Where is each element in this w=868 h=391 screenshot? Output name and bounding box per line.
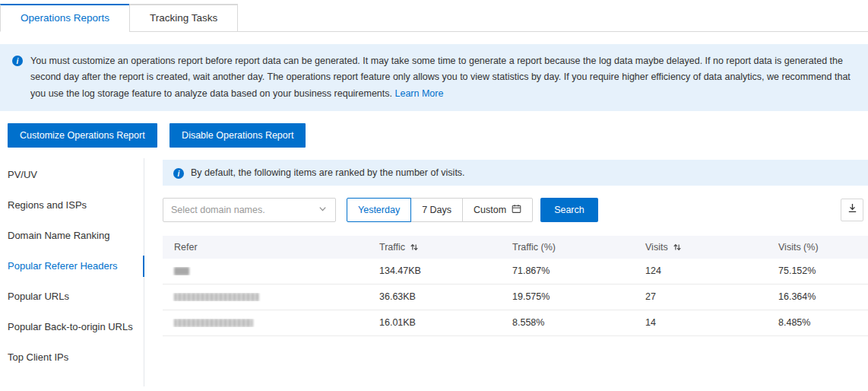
- sidebar-item-popular-urls[interactable]: Popular URLs: [0, 281, 144, 312]
- table-header-row: Refer Traffic Traffic (%): [163, 236, 868, 259]
- domain-select[interactable]: Select domain names.: [163, 198, 336, 222]
- sidebar-item-top-client-ips[interactable]: Top Client IPs: [0, 342, 144, 373]
- referer-table: Refer Traffic Traffic (%): [163, 236, 868, 336]
- traffic-pct-cell: 19.575%: [501, 291, 634, 302]
- sidebar-item-domain-name-ranking[interactable]: Domain Name Ranking: [0, 221, 144, 251]
- sort-traffic-icon[interactable]: [410, 243, 419, 252]
- sidebar-item-popular-back-to-origin-urls[interactable]: Popular Back-to-origin URLs: [0, 312, 144, 342]
- calendar-icon: [512, 204, 521, 216]
- download-icon: [847, 202, 858, 217]
- domain-select-placeholder: Select domain names.: [171, 205, 265, 215]
- table-row: 36.63KB 19.575% 27 16.364%: [163, 285, 868, 310]
- ranking-notice: i By default, the following items are ra…: [163, 160, 868, 186]
- table-row: 134.47KB 71.867% 124 75.152%: [163, 259, 868, 285]
- search-button[interactable]: Search: [540, 198, 598, 222]
- visits-pct-cell: 16.364%: [767, 291, 868, 302]
- sidebar-item-pv-uv[interactable]: PV/UV: [0, 160, 144, 190]
- report-sidebar: PV/UV Regions and ISPs Domain Name Ranki…: [0, 158, 144, 386]
- date-range-group: Yesterday 7 Days Custom: [347, 198, 533, 222]
- range-custom-button[interactable]: Custom: [462, 198, 533, 222]
- filter-row: Select domain names. Yesterday 7 Days Cu…: [163, 198, 868, 222]
- action-buttons: Customize Operations Report Disable Oper…: [8, 123, 868, 148]
- tab-tracking-tasks[interactable]: Tracking Tasks: [129, 4, 238, 32]
- chevron-down-icon: [318, 204, 328, 216]
- visits-pct-cell: 8.485%: [767, 317, 868, 328]
- redacted-refer-value: [174, 267, 189, 275]
- column-header-refer: Refer: [163, 242, 368, 253]
- table-row: 16.01KB 8.558% 14 8.485%: [163, 310, 868, 336]
- notice-text: By default, the following items are rank…: [191, 167, 465, 178]
- column-header-visits: Visits: [634, 242, 767, 253]
- range-yesterday-button[interactable]: Yesterday: [347, 198, 411, 222]
- traffic-cell: 36.63KB: [368, 291, 501, 302]
- main-panel: i By default, the following items are ra…: [144, 158, 868, 386]
- operations-report-page: Operations Reports Tracking Tasks i You …: [0, 0, 868, 386]
- refer-cell-redacted: [163, 267, 368, 275]
- traffic-pct-cell: 71.867%: [501, 265, 634, 276]
- column-header-traffic: Traffic: [368, 242, 501, 253]
- visits-cell: 27: [634, 291, 767, 302]
- info-icon: i: [173, 168, 184, 179]
- customize-operations-report-button[interactable]: Customize Operations Report: [8, 123, 157, 148]
- content-area: PV/UV Regions and ISPs Domain Name Ranki…: [0, 158, 868, 386]
- refer-cell-redacted: [163, 293, 368, 301]
- traffic-cell: 16.01KB: [368, 317, 501, 328]
- redacted-refer-value: [174, 319, 253, 327]
- download-button[interactable]: [841, 199, 863, 221]
- visits-cell: 124: [634, 265, 767, 276]
- info-icon: i: [12, 56, 23, 66]
- learn-more-link[interactable]: Learn More: [394, 88, 443, 99]
- range-custom-label: Custom: [474, 205, 506, 215]
- refer-cell-redacted: [163, 319, 368, 327]
- range-7days-button[interactable]: 7 Days: [410, 198, 463, 222]
- banner-text: You must customize an operations report …: [30, 53, 856, 102]
- redacted-refer-value: [174, 293, 259, 301]
- visits-pct-cell: 75.152%: [767, 265, 868, 276]
- tab-operations-reports[interactable]: Operations Reports: [0, 4, 130, 32]
- sidebar-item-popular-referer-headers[interactable]: Popular Referer Headers: [0, 251, 144, 281]
- visits-cell: 14: [634, 317, 767, 328]
- sidebar-item-regions-isps[interactable]: Regions and ISPs: [0, 190, 144, 221]
- sort-visits-icon[interactable]: [673, 243, 682, 252]
- tab-bar: Operations Reports Tracking Tasks: [0, 0, 868, 32]
- disable-operations-report-button[interactable]: Disable Operations Report: [169, 123, 306, 148]
- column-header-visits-pct: Visits (%): [767, 242, 868, 253]
- traffic-pct-cell: 8.558%: [501, 317, 634, 328]
- traffic-cell: 134.47KB: [368, 265, 501, 276]
- info-banner: i You must customize an operations repor…: [0, 44, 868, 111]
- column-header-traffic-pct: Traffic (%): [501, 242, 634, 253]
